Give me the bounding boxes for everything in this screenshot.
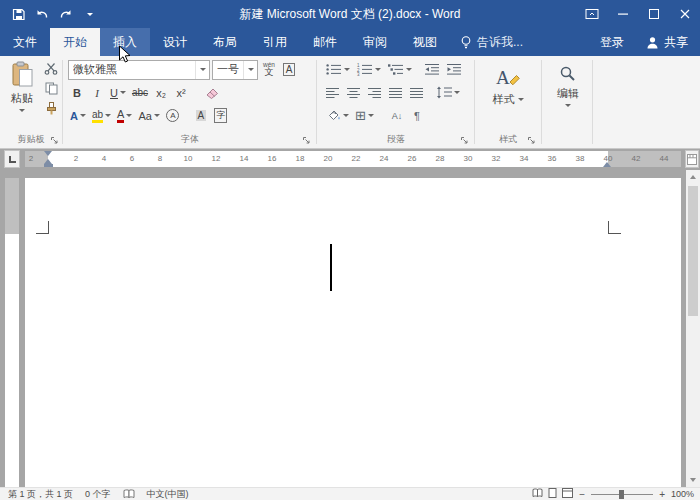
zoom-level[interactable]: 100% bbox=[671, 489, 694, 499]
subscript-button[interactable]: x₂ bbox=[152, 83, 170, 103]
font-name-dropdown[interactable] bbox=[195, 61, 209, 79]
styles-button[interactable]: A 样式 bbox=[485, 62, 531, 107]
ruler-number: 10 bbox=[184, 155, 193, 163]
dropdown-icon bbox=[248, 68, 254, 71]
web-layout-button[interactable] bbox=[562, 488, 573, 500]
ruler-toggle-button[interactable] bbox=[685, 150, 699, 168]
align-center-button[interactable] bbox=[344, 83, 363, 103]
font-color-button[interactable]: A bbox=[115, 106, 134, 126]
zoom-slider-thumb[interactable] bbox=[619, 490, 624, 499]
styles-dialog-launcher[interactable] bbox=[526, 135, 537, 146]
align-left-icon bbox=[325, 87, 340, 99]
copy-button[interactable] bbox=[42, 80, 60, 96]
tab-references[interactable]: 引用 bbox=[250, 28, 300, 56]
numbering-button[interactable]: 123 bbox=[354, 60, 383, 80]
multilevel-list-button[interactable] bbox=[385, 60, 414, 80]
paste-button[interactable]: 粘贴 bbox=[3, 58, 41, 112]
justify-button[interactable] bbox=[386, 83, 405, 103]
scrollbar-thumb[interactable] bbox=[688, 186, 698, 316]
font-name-combobox[interactable]: 微软雅黑 bbox=[68, 60, 210, 80]
tab-file[interactable]: 文件 bbox=[0, 28, 50, 56]
increase-indent-button[interactable] bbox=[444, 60, 464, 80]
ruler-number: 4 bbox=[102, 155, 106, 163]
shading-button[interactable] bbox=[323, 106, 351, 126]
bullets-button[interactable] bbox=[323, 60, 352, 80]
ruler-row: 2246810121416182022242628303234363840424… bbox=[0, 149, 700, 170]
sort-button[interactable]: A↓ bbox=[388, 106, 406, 126]
zoom-slider[interactable] bbox=[591, 490, 653, 499]
print-layout-button[interactable] bbox=[547, 488, 558, 500]
scroll-up-button[interactable] bbox=[686, 170, 700, 184]
increase-indent-icon bbox=[446, 63, 462, 76]
dropdown-icon bbox=[343, 114, 349, 117]
tab-design[interactable]: 设计 bbox=[150, 28, 200, 56]
horizontal-ruler[interactable]: 2246810121416182022242628303234363840424… bbox=[25, 151, 681, 167]
scroll-down-button[interactable] bbox=[686, 473, 700, 487]
superscript-button[interactable]: x² bbox=[172, 83, 190, 103]
vertical-ruler[interactable] bbox=[5, 178, 19, 487]
character-border-button[interactable]: A bbox=[280, 60, 298, 80]
page-indicator[interactable]: 第 1 页，共 1 页 bbox=[8, 488, 73, 500]
distribute-button[interactable] bbox=[407, 83, 426, 103]
tab-home[interactable]: 开始 bbox=[50, 28, 100, 56]
font-size-combobox[interactable]: 一号 bbox=[212, 60, 258, 80]
text-effects-button[interactable]: A bbox=[68, 106, 88, 126]
language-indicator[interactable]: 中文(中国) bbox=[147, 488, 189, 500]
zoom-out-button[interactable]: − bbox=[579, 489, 585, 500]
strikethrough-button[interactable]: abc bbox=[130, 83, 150, 103]
bold-button[interactable]: B bbox=[68, 83, 86, 103]
minimize-button[interactable] bbox=[607, 0, 638, 28]
read-mode-button[interactable] bbox=[532, 488, 543, 500]
clear-formatting-button[interactable] bbox=[202, 83, 221, 103]
tell-me-box[interactable]: 告诉我... bbox=[450, 28, 533, 56]
clipboard-dialog-launcher[interactable] bbox=[49, 135, 60, 146]
ruler-number: 38 bbox=[576, 155, 585, 163]
font-dialog-launcher[interactable] bbox=[301, 135, 312, 146]
share-button[interactable]: 共享 bbox=[634, 28, 700, 56]
editing-button[interactable]: 编辑 bbox=[548, 62, 588, 107]
underline-button[interactable]: U bbox=[108, 83, 128, 103]
tell-me-label: 告诉我... bbox=[477, 34, 523, 51]
tab-view[interactable]: 视图 bbox=[400, 28, 450, 56]
cut-button[interactable] bbox=[42, 60, 60, 76]
phonetic-guide-button[interactable]: wén 文 bbox=[260, 60, 278, 80]
borders-icon: ⊞ bbox=[355, 109, 366, 122]
maximize-button[interactable] bbox=[638, 0, 669, 28]
document-page[interactable] bbox=[25, 178, 681, 487]
italic-button[interactable]: I bbox=[88, 83, 106, 103]
dialog-launcher-icon bbox=[302, 136, 311, 145]
borders-button[interactable]: ⊞ bbox=[353, 106, 376, 126]
line-spacing-button[interactable] bbox=[434, 83, 462, 103]
align-right-button[interactable] bbox=[365, 83, 384, 103]
enclose-character-button[interactable]: 字 bbox=[212, 106, 230, 126]
vertical-scrollbar[interactable] bbox=[686, 170, 700, 487]
maximize-icon bbox=[648, 8, 660, 20]
proofing-status-button[interactable] bbox=[123, 489, 135, 499]
character-shading-button[interactable]: A bbox=[192, 106, 210, 126]
paragraph-dialog-launcher[interactable] bbox=[459, 135, 470, 146]
zoom-in-button[interactable]: + bbox=[659, 489, 665, 500]
ruler-number: 34 bbox=[520, 155, 529, 163]
scroll-down-icon bbox=[690, 478, 696, 482]
tab-mailings[interactable]: 邮件 bbox=[300, 28, 350, 56]
first-line-indent-marker[interactable] bbox=[44, 151, 52, 156]
tab-layout[interactable]: 布局 bbox=[200, 28, 250, 56]
ribbon-display-options-button[interactable] bbox=[576, 0, 607, 28]
highlight-color-button[interactable]: ab bbox=[90, 106, 113, 126]
left-indent-marker[interactable] bbox=[44, 164, 53, 167]
circled-character-icon: A bbox=[166, 109, 179, 122]
show-hide-marks-button[interactable]: ¶ bbox=[408, 106, 426, 126]
format-painter-button[interactable] bbox=[42, 100, 60, 116]
word-count[interactable]: 0 个字 bbox=[85, 488, 111, 500]
align-left-button[interactable] bbox=[323, 83, 342, 103]
ruler-number: 12 bbox=[212, 155, 221, 163]
close-button[interactable] bbox=[669, 0, 700, 28]
font-group: 微软雅黑 一号 wén 文 A B I U bbox=[66, 56, 314, 148]
tab-stop-selector[interactable] bbox=[4, 150, 20, 168]
change-case-button[interactable]: Aa bbox=[136, 106, 161, 126]
decrease-indent-button[interactable] bbox=[422, 60, 442, 80]
font-size-dropdown[interactable] bbox=[243, 61, 257, 79]
tab-review[interactable]: 审阅 bbox=[350, 28, 400, 56]
circled-character-button[interactable]: A bbox=[164, 106, 182, 126]
sign-in-button[interactable]: 登录 bbox=[590, 28, 634, 56]
